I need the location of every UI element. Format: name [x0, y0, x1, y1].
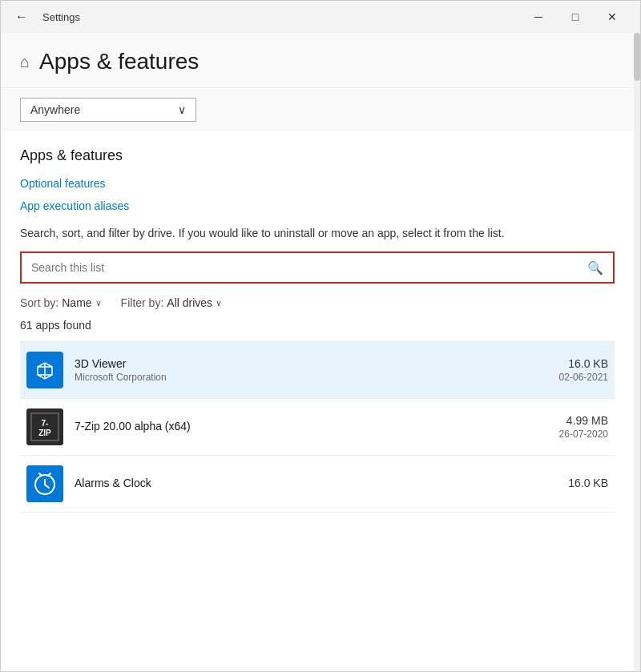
sort-by-value[interactable]: Name: [62, 296, 91, 309]
app-execution-aliases-link[interactable]: App execution aliases: [20, 199, 615, 212]
filter-by-control: Filter by: All drives ∨: [121, 296, 222, 309]
minimize-button[interactable]: ─: [520, 4, 557, 30]
svg-text:7-: 7-: [42, 419, 49, 428]
title-bar-left: ← Settings: [10, 8, 80, 26]
app-date-7zip: 26-07-2020: [559, 429, 608, 440]
app-name-3d-viewer: 3D Viewer: [75, 357, 559, 370]
app-size-7zip: 4.99 MB: [559, 414, 608, 427]
app-details-3d-viewer: 3D Viewer Microsoft Corporation: [75, 357, 559, 383]
dropdown-area: Anywhere ∨: [1, 88, 634, 131]
app-meta-7zip: 4.99 MB 26-07-2020: [559, 414, 608, 440]
app-size-alarms: 16.0 KB: [568, 477, 608, 489]
dropdown-label: Anywhere: [30, 103, 80, 116]
content-area: ⌂ Apps & features Anywhere ∨ Apps & feat…: [1, 33, 640, 671]
app-meta-3d-viewer: 16.0 KB 02-06-2021: [559, 357, 608, 383]
search-icon: 🔍: [587, 261, 603, 275]
section-content: Apps & features Optional features App ex…: [1, 131, 634, 529]
search-box-wrapper: 🔍: [20, 251, 615, 284]
title-bar: ← Settings ─ □ ✕: [1, 1, 640, 33]
section-title: Apps & features: [20, 147, 615, 164]
app-date-3d-viewer: 02-06-2021: [559, 372, 608, 383]
app-name-7zip: 7-Zip 20.00 alpha (x64): [75, 420, 559, 433]
app-item-7zip[interactable]: 7- ZIP 7-Zip 20.00 alpha (x64) 4.99 MB 2…: [20, 399, 615, 456]
page-header: ⌂ Apps & features: [1, 33, 634, 88]
sort-chevron-icon: ∨: [95, 298, 102, 308]
app-icon-7zip: 7- ZIP: [26, 408, 63, 445]
app-details-7zip: 7-Zip 20.00 alpha (x64): [75, 420, 559, 434]
main-content: ⌂ Apps & features Anywhere ∨ Apps & feat…: [1, 33, 634, 671]
app-item-alarms[interactable]: Alarms & Clock 16.0 KB: [20, 456, 615, 513]
filter-by-value[interactable]: All drives: [167, 296, 212, 309]
app-name-alarms: Alarms & Clock: [75, 477, 568, 489]
window-title: Settings: [42, 11, 80, 23]
app-details-alarms: Alarms & Clock: [75, 477, 568, 491]
title-bar-controls: ─ □ ✕: [520, 4, 631, 30]
app-item-3d-viewer[interactable]: 3D Viewer Microsoft Corporation 16.0 KB …: [20, 342, 615, 399]
anywhere-dropdown[interactable]: Anywhere ∨: [20, 98, 196, 122]
app-list: 3D Viewer Microsoft Corporation 16.0 KB …: [20, 341, 615, 513]
close-button[interactable]: ✕: [594, 4, 631, 30]
search-input[interactable]: [22, 253, 578, 282]
sort-by-label: Sort by:: [20, 296, 58, 309]
filter-chevron-icon: ∨: [216, 298, 222, 308]
maximize-button[interactable]: □: [557, 4, 594, 30]
home-icon: ⌂: [20, 53, 30, 71]
search-button[interactable]: 🔍: [578, 254, 613, 282]
scrollbar-track[interactable]: [634, 33, 640, 671]
app-size-3d-viewer: 16.0 KB: [559, 357, 608, 370]
app-publisher-3d-viewer: Microsoft Corporation: [75, 372, 559, 383]
back-button[interactable]: ←: [10, 8, 33, 26]
dropdown-chevron-icon: ∨: [178, 103, 186, 116]
description-text: Search, sort, and filter by drive. If yo…: [20, 225, 615, 242]
page-header-inner: ⌂ Apps & features: [20, 49, 615, 74]
app-icon-3d-viewer: [26, 352, 63, 388]
apps-found-count: 61 apps found: [20, 319, 615, 332]
filter-by-label: Filter by:: [121, 296, 164, 309]
sort-filter-bar: Sort by: Name ∨ Filter by: All drives ∨: [20, 296, 615, 309]
settings-window: ← Settings ─ □ ✕ ⌂ Apps & features Anywh…: [0, 0, 641, 672]
app-icon-alarms: [26, 465, 63, 502]
svg-text:ZIP: ZIP: [38, 429, 51, 437]
app-meta-alarms: 16.0 KB: [568, 477, 608, 491]
scrollbar-thumb[interactable]: [634, 33, 640, 81]
sort-by-control: Sort by: Name ∨: [20, 296, 102, 309]
page-title: Apps & features: [39, 49, 199, 74]
optional-features-link[interactable]: Optional features: [20, 177, 615, 190]
